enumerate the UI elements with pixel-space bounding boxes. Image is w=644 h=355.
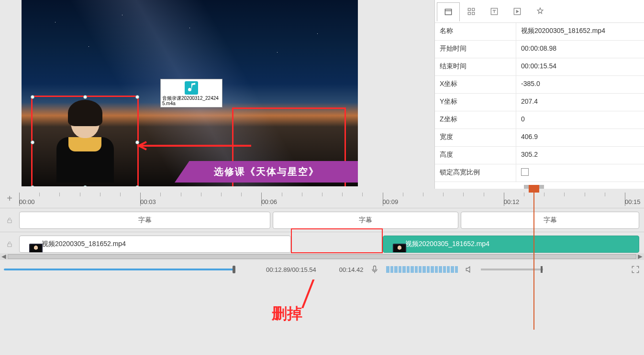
volume-knob[interactable] [541, 266, 543, 273]
resize-handle[interactable] [135, 185, 139, 186]
property-value[interactable]: 视频20200305_181652.mp4 [516, 23, 644, 40]
lock-icon[interactable] [0, 208, 19, 232]
clip-thumbnail [393, 244, 406, 253]
ruler-label: 00:06 [261, 198, 277, 205]
clip-label: 字幕 [544, 216, 557, 225]
property-key: 锁定高宽比例 [435, 164, 516, 182]
playhead[interactable] [533, 189, 534, 330]
pip-selection-box[interactable] [31, 96, 139, 186]
svg-rect-5 [468, 12, 470, 14]
property-row[interactable]: X坐标-385.0 [435, 76, 644, 94]
property-value[interactable]: -385.0 [516, 76, 644, 93]
property-key: X坐标 [435, 76, 516, 93]
tab-grid[interactable] [460, 2, 483, 21]
resize-handle[interactable] [31, 185, 34, 186]
property-key: 开始时间 [435, 41, 516, 58]
ruler-label: 00:09 [383, 198, 399, 205]
resize-handle[interactable] [83, 95, 87, 99]
annotation-arrow [134, 141, 251, 151]
property-key: 结束时间 [435, 58, 516, 75]
property-row[interactable]: 名称视频20200305_181652.mp4 [435, 23, 644, 41]
property-key: Y坐标 [435, 94, 516, 111]
subtitle-clip[interactable]: 字幕 [273, 212, 458, 229]
clip-thumbnail [29, 244, 43, 253]
property-key: Z坐标 [435, 111, 516, 129]
svg-rect-14 [374, 266, 376, 270]
tab-layout[interactable] [437, 2, 460, 22]
scroll-left-icon[interactable]: ◄ [0, 252, 8, 261]
property-row[interactable]: 宽度406.9 [435, 129, 644, 147]
time-ruler[interactable]: 00:0000:0300:0600:0900:1200:15 [19, 189, 644, 208]
resize-handle[interactable] [31, 95, 34, 99]
video-clip-selected[interactable]: 视频20200305_181652.mp4 [383, 236, 639, 253]
svg-rect-1 [445, 9, 451, 15]
transport-bar: ◄ ► 00:12.89/00:15.54 00:14.42 [0, 253, 644, 280]
video-clip[interactable]: 视频20200305_181652.mp4 [19, 236, 291, 253]
audio-meter [386, 266, 458, 273]
property-key: 高度 [435, 147, 516, 164]
svg-rect-4 [472, 8, 475, 11]
tab-text[interactable] [483, 2, 506, 21]
property-value[interactable]: 00:00:15.54 [516, 58, 644, 75]
svg-rect-10 [8, 244, 11, 247]
property-row[interactable]: 结束时间00:00:15.54 [435, 58, 644, 76]
clip-label: 视频20200305_181652.mp4 [405, 240, 489, 248]
audio-clip-label: 音频录课20200312_224245.m4a [161, 96, 222, 107]
preview-pane: 音频录课20200312_224245.m4a [0, 0, 434, 189]
presenter-thumbnail [37, 102, 133, 183]
track-lane[interactable]: 视频20200305_181652.mp4 视频20200305_181652.… [19, 232, 644, 256]
horizontal-scrollbar[interactable]: ◄ ► [0, 253, 644, 260]
subtitle-clip[interactable]: 字幕 [19, 212, 270, 229]
time-position: 00:12.89/00:15.54 [266, 266, 316, 273]
clip-label: 字幕 [138, 216, 152, 225]
svg-rect-6 [472, 12, 475, 14]
property-row[interactable]: Y坐标207.4 [435, 94, 644, 111]
properties-tabs [435, 0, 644, 23]
ruler-label: 00:00 [19, 198, 35, 205]
property-value[interactable]: 0 [516, 111, 644, 129]
ruler-label: 00:15 [625, 198, 641, 205]
property-value[interactable]: 305.2 [516, 147, 644, 164]
property-row[interactable]: 开始时间00:00:08.98 [435, 41, 644, 58]
tab-effects[interactable] [529, 2, 552, 21]
ruler-label: 00:03 [140, 198, 156, 205]
checkbox[interactable] [521, 168, 529, 176]
track-video-1: 视频20200305_181652.mp4 视频20200305_181652.… [0, 232, 644, 256]
fullscreen-icon[interactable] [631, 265, 640, 274]
speaker-icon[interactable] [465, 265, 474, 274]
mic-icon[interactable] [370, 265, 379, 274]
add-track-button[interactable]: + [0, 189, 19, 208]
annotation-gap-box [291, 228, 383, 253]
resize-handle[interactable] [83, 185, 87, 186]
clip-label: 字幕 [359, 216, 372, 225]
property-value[interactable]: 00:00:08.98 [516, 41, 644, 58]
property-value[interactable]: 207.4 [516, 94, 644, 111]
svg-rect-3 [468, 8, 470, 11]
property-value[interactable] [516, 164, 644, 182]
scroll-right-icon[interactable]: ► [636, 252, 644, 261]
property-value[interactable]: 406.9 [516, 129, 644, 146]
properties-panel: 名称视频20200305_181652.mp4开始时间00:00:08.98结束… [434, 0, 644, 189]
resize-handle[interactable] [31, 140, 34, 144]
property-row[interactable]: 高度305.2 [435, 147, 644, 164]
property-key: 名称 [435, 23, 516, 40]
lower-third-title: 选修课《天体与星空》 [175, 161, 358, 183]
seek-knob[interactable] [233, 266, 235, 273]
resize-handle[interactable] [135, 95, 139, 99]
timeline: + 00:0000:0300:0600:0900:1200:15 字幕 字幕 字… [0, 189, 644, 280]
property-row[interactable]: 锁定高宽比例 [435, 164, 644, 182]
video-preview[interactable]: 音频录课20200312_224245.m4a [22, 0, 358, 186]
subtitle-clip[interactable]: 字幕 [461, 212, 639, 229]
properties-rows: 名称视频20200305_181652.mp4开始时间00:00:08.98结束… [435, 23, 644, 189]
property-key: 宽度 [435, 129, 516, 146]
seek-slider[interactable] [4, 269, 233, 270]
audio-clip-tag[interactable]: 音频录课20200312_224245.m4a [160, 79, 222, 108]
ruler-label: 00:12 [504, 198, 520, 205]
property-row[interactable]: Z坐标0 [435, 111, 644, 129]
playhead-grip[interactable] [529, 185, 539, 193]
scrollbar-track[interactable] [8, 254, 636, 259]
cursor-time: 00:14.42 [339, 266, 364, 273]
music-note-icon [185, 81, 198, 95]
clip-label: 视频20200305_181652.mp4 [42, 240, 126, 248]
tab-play[interactable] [506, 2, 529, 21]
